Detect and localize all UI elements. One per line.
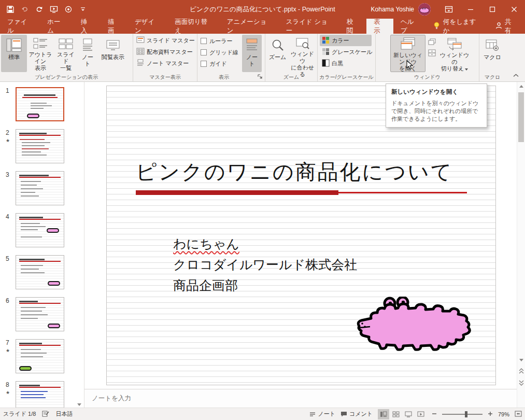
slide-thumbnail-3[interactable]	[16, 171, 64, 205]
pink-crocodile-image[interactable]	[354, 297, 476, 357]
slide-thumbnail-5[interactable]	[16, 255, 64, 289]
fit-to-window-button[interactable]: ウィンドウ に合わせる	[289, 35, 316, 72]
maximize-button[interactable]	[481, 0, 503, 19]
tab-home[interactable]: ホーム	[40, 19, 74, 34]
thumbnail-item-5[interactable]: 5	[0, 255, 84, 289]
account-name[interactable]: Kohama Yoshie	[371, 6, 414, 13]
show-dialog-launcher-icon[interactable]	[257, 73, 264, 80]
tab-transitions[interactable]: 画面切り替え	[167, 19, 220, 34]
slide-canvas[interactable]: ピンクのワニの商品化について わにちゃん クロコダイルワールド株式会社 商品企画…	[106, 86, 496, 385]
reading-view-button[interactable]: 閲覧表示	[97, 35, 129, 72]
tooltip-title: 新しいウィンドウを開く	[391, 88, 481, 96]
undo-icon[interactable]	[19, 3, 31, 16]
slide-master-button[interactable]: スライド マスター	[134, 35, 196, 46]
thumbnail-scroll-down-icon[interactable]	[77, 403, 81, 406]
tab-design[interactable]: デザイン	[127, 19, 167, 34]
tab-draw[interactable]: 描画	[101, 19, 127, 34]
slide-sorter-button[interactable]: スライド 一覧	[54, 35, 78, 72]
tab-file[interactable]: ファイル	[0, 19, 40, 34]
slide-number: 4	[6, 213, 9, 220]
slide-thumbnail-4[interactable]	[16, 213, 64, 247]
scroll-up-icon[interactable]	[517, 82, 525, 90]
slide-thumbnail-8[interactable]	[16, 381, 64, 408]
thumbnail-item-7[interactable]: 7★	[0, 339, 84, 373]
thumbnail-item-2[interactable]: 2★	[0, 129, 84, 163]
gridlines-checkbox-box[interactable]	[201, 49, 207, 55]
thumbnail-item-1[interactable]: 1	[0, 87, 84, 121]
scrollbar-thumb[interactable]	[518, 92, 524, 142]
switch-windows-button[interactable]: ウィンドウの 切り替え	[438, 35, 471, 72]
next-slide-icon[interactable]	[517, 377, 525, 388]
zoom-slider[interactable]	[442, 411, 483, 417]
notes-pane-toggle-button[interactable]: ノー ト	[242, 35, 262, 72]
guides-checkbox-box[interactable]	[201, 61, 207, 67]
thumbnail-item-8[interactable]: 8★	[0, 381, 84, 408]
tell-me-box[interactable]: 何をしますか	[427, 19, 487, 34]
minimize-button[interactable]	[460, 0, 481, 19]
touch-mode-icon[interactable]	[62, 3, 75, 16]
normal-view-button[interactable]: 標準	[1, 35, 27, 72]
normal-view-status-icon[interactable]	[378, 409, 389, 419]
slide-sorter-status-icon[interactable]	[390, 409, 402, 419]
subtitle-line-1[interactable]: わにちゃん	[173, 233, 357, 254]
notes-pane[interactable]: ノートを入力	[84, 389, 517, 408]
outline-view-button[interactable]: アウトライン 表示	[27, 35, 54, 72]
subtitle-line-2[interactable]: クロコダイルワールド株式会社	[173, 254, 357, 275]
grayscale-button[interactable]: グレースケール	[320, 46, 372, 58]
slide-thumbnail-6[interactable]	[16, 297, 64, 331]
notes-placeholder[interactable]: ノートを入力	[92, 394, 131, 403]
cascade-windows-icon[interactable]	[427, 37, 437, 47]
notes-page-button[interactable]: ノー ト	[78, 35, 97, 72]
handout-master-button[interactable]: 配布資料マスター	[134, 46, 196, 58]
save-icon[interactable]	[4, 3, 17, 16]
close-button[interactable]	[503, 0, 525, 19]
reading-view-status-icon[interactable]	[403, 409, 414, 419]
comments-toggle-button[interactable]: コメント	[340, 410, 373, 418]
share-button[interactable]: 共有	[487, 19, 525, 34]
notes-master-button[interactable]: ノート マスター	[134, 58, 196, 69]
proofing-status-icon[interactable]	[42, 410, 49, 418]
start-slideshow-icon[interactable]	[48, 3, 60, 16]
slide-thumbnail-2[interactable]	[16, 129, 64, 163]
language-status[interactable]: 日本語	[55, 410, 73, 418]
customize-qat-icon[interactable]	[77, 3, 89, 16]
vertical-scrollbar[interactable]	[517, 82, 525, 408]
move-split-icon[interactable]	[427, 48, 437, 58]
tab-review[interactable]: 校閲	[339, 19, 366, 34]
zoom-slider-thumb[interactable]	[465, 411, 467, 417]
zoom-percent[interactable]: 79%	[498, 411, 509, 417]
slide-subtitle-text[interactable]: わにちゃん クロコダイルワールド株式会社 商品企画部	[173, 233, 357, 296]
tab-animations[interactable]: アニメーション	[220, 19, 279, 34]
tab-view[interactable]: 表示	[366, 19, 393, 34]
group-presentation-views: 標準 アウトライン 表示 スライド 一覧	[0, 34, 133, 81]
black-white-button[interactable]: 白黒	[320, 58, 372, 69]
thumbnail-item-3[interactable]: 3	[0, 171, 84, 205]
color-button[interactable]: カラー	[320, 35, 372, 46]
collapse-ribbon-icon[interactable]	[510, 71, 521, 79]
thumbnail-item-6[interactable]: 6	[0, 297, 84, 331]
scroll-down-icon[interactable]	[517, 356, 525, 364]
gridlines-checkbox[interactable]: グリッド線	[201, 47, 242, 58]
guides-checkbox[interactable]: ガイド	[201, 59, 242, 69]
account-avatar[interactable]	[418, 3, 431, 16]
zoom-out-icon[interactable]	[432, 411, 437, 417]
redo-icon[interactable]	[33, 3, 46, 16]
ruler-checkbox-box[interactable]	[201, 38, 207, 44]
previous-slide-icon[interactable]	[517, 366, 525, 376]
slideshow-status-icon[interactable]	[415, 409, 427, 419]
zoom-in-icon[interactable]	[488, 411, 493, 417]
tab-slideshow[interactable]: スライド ショー	[279, 19, 339, 34]
slide-title-text[interactable]: ピンクのワニの商品化について	[136, 158, 478, 186]
macros-button[interactable]: マクロ	[481, 35, 504, 72]
zoom-button[interactable]: ズーム	[266, 35, 289, 72]
slide-thumbnail-7[interactable]	[16, 339, 64, 373]
fit-slide-to-window-icon[interactable]	[515, 411, 522, 418]
tab-insert[interactable]: 挿入	[74, 19, 101, 34]
thumbnail-item-4[interactable]: 4	[0, 213, 84, 247]
notes-toggle-button[interactable]: ノート	[309, 410, 335, 418]
ruler-checkbox[interactable]: ルーラー	[201, 36, 242, 46]
slide-thumbnail-1[interactable]	[16, 87, 64, 121]
ribbon-display-options-icon[interactable]	[438, 0, 460, 19]
subtitle-line-3[interactable]: 商品企画部	[173, 275, 357, 296]
tab-help[interactable]: ヘルプ	[393, 19, 427, 34]
